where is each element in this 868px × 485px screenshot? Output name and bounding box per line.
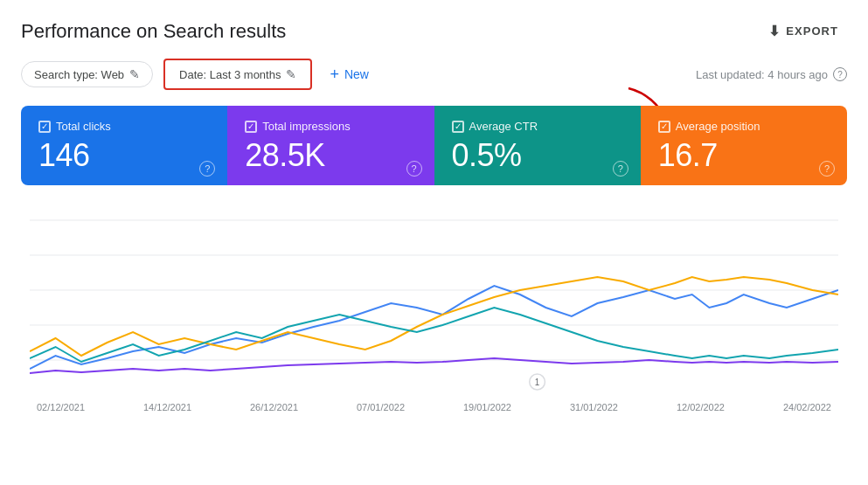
plus-icon: +	[330, 66, 339, 84]
total-clicks-label: Total clicks	[56, 120, 111, 133]
total-impressions-value: 28.5K	[245, 138, 416, 173]
new-filter-label: New	[344, 67, 369, 81]
svg-text:1: 1	[535, 378, 540, 387]
total-clicks-help[interactable]: ?	[199, 161, 215, 177]
date-filter[interactable]: Date: Last 3 months ✎	[167, 62, 309, 87]
metric-card-total-impressions: Total impressions 28.5K ?	[227, 106, 434, 185]
average-position-help[interactable]: ?	[819, 161, 835, 177]
chart-line-teal	[30, 308, 838, 362]
x-label-8: 24/02/2022	[783, 402, 831, 412]
average-position-label: Average position	[676, 120, 760, 133]
performance-chart[interactable]: 1	[30, 203, 838, 395]
chart-area: 1 02/12/2021 14/12/2021 26/12/2021 07/01…	[21, 185, 847, 421]
filters-row: Search type: Web ✎ Date: Last 3 months ✎…	[21, 59, 847, 90]
date-filter-wrapper: Date: Last 3 months ✎	[163, 59, 312, 90]
x-label-6: 31/01/2022	[570, 402, 618, 412]
metric-card-average-ctr: Average CTR 0.5% ?	[434, 106, 641, 185]
average-ctr-value: 0.5%	[452, 138, 623, 173]
last-updated-help-icon[interactable]: ?	[833, 67, 847, 81]
total-impressions-checkbox[interactable]	[245, 121, 257, 133]
last-updated-text: Last updated: 4 hours ago	[696, 68, 828, 81]
search-type-label: Search type: Web	[34, 68, 124, 81]
new-filter-button[interactable]: + New	[323, 62, 376, 87]
date-label: Date: Last 3 months	[179, 68, 281, 81]
total-impressions-label: Total impressions	[262, 120, 350, 133]
chart-line-orange	[30, 277, 838, 356]
total-clicks-checkbox[interactable]	[38, 121, 51, 133]
average-position-value: 16.7	[658, 138, 830, 173]
x-label-5: 19/01/2022	[463, 402, 511, 412]
last-updated: Last updated: 4 hours ago ?	[696, 67, 847, 81]
metrics-row: Total clicks 146 ? Total impressions 28.…	[21, 106, 847, 185]
x-label-1: 02/12/2021	[37, 402, 85, 412]
x-label-3: 26/12/2021	[250, 402, 298, 412]
total-impressions-help[interactable]: ?	[406, 161, 422, 177]
export-button[interactable]: ⬇ EXPORT	[760, 17, 847, 45]
export-icon: ⬇	[768, 23, 781, 39]
average-ctr-label: Average CTR	[469, 120, 538, 133]
total-clicks-value: 146	[38, 138, 210, 173]
x-axis-labels: 02/12/2021 14/12/2021 26/12/2021 07/01/2…	[30, 398, 838, 412]
search-type-filter[interactable]: Search type: Web ✎	[21, 61, 153, 87]
chart-line-purple	[30, 358, 838, 373]
page-title: Performance on Search results	[21, 20, 286, 43]
search-type-edit-icon: ✎	[129, 67, 140, 81]
average-position-checkbox[interactable]	[658, 121, 670, 133]
x-label-4: 07/01/2022	[357, 402, 405, 412]
metric-card-total-clicks: Total clicks 146 ?	[21, 106, 227, 185]
average-ctr-help[interactable]: ?	[613, 161, 628, 177]
average-ctr-checkbox[interactable]	[452, 121, 464, 133]
date-edit-icon: ✎	[286, 67, 296, 81]
export-label: EXPORT	[786, 24, 838, 38]
x-label-2: 14/12/2021	[143, 402, 191, 412]
x-label-7: 12/02/2022	[677, 402, 725, 412]
metric-card-average-position: Average position 16.7 ?	[641, 106, 847, 185]
